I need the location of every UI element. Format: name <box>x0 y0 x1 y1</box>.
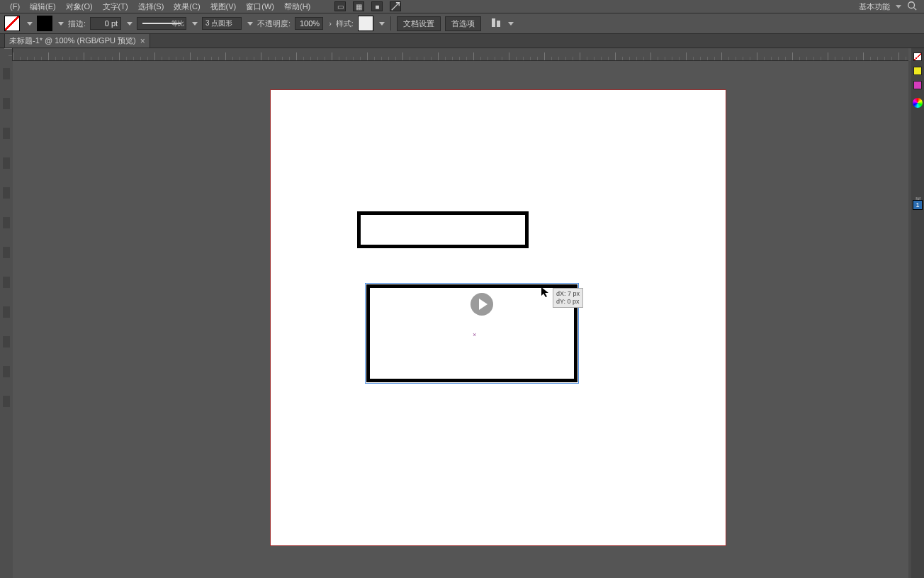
horizontal-ruler[interactable] <box>13 48 908 61</box>
chevron-down-icon <box>58 22 64 26</box>
canvas[interactable]: × dX: 7 px dY: 0 px <box>13 61 908 578</box>
cursor-arrow-icon <box>541 287 552 299</box>
panel-badge[interactable]: 1 <box>913 200 923 210</box>
style-label: 样式: <box>336 18 354 29</box>
panel-tab[interactable] <box>3 187 10 199</box>
chevron-down-icon <box>896 5 901 9</box>
left-panel-tabs <box>0 61 13 578</box>
document-tab-strip: 未标题-1* @ 100% (RGB/GPU 预览) × <box>0 34 924 48</box>
menu-window[interactable]: 窗口(W) <box>243 1 277 13</box>
menu-type[interactable]: 文字(T) <box>100 1 131 13</box>
panel-tab[interactable] <box>3 68 10 79</box>
chevron-down-icon <box>379 22 385 26</box>
preferences-button[interactable]: 首选项 <box>445 16 481 31</box>
stroke-style-label: 等比 <box>171 19 184 28</box>
panel-tab[interactable] <box>3 306 10 318</box>
panel-tab[interactable] <box>3 277 10 288</box>
close-icon[interactable]: × <box>140 36 145 46</box>
color-wheel-icon[interactable] <box>913 98 923 108</box>
gpu-icon[interactable]: ■ <box>371 1 383 11</box>
stroke-weight-input[interactable] <box>90 17 121 30</box>
color-swatch-yellow-icon[interactable] <box>913 67 922 75</box>
menu-file[interactable]: (F) <box>7 1 23 11</box>
brush-profile-dropdown[interactable]: 3 点圆形 <box>202 17 242 30</box>
right-panel-strip: 属 1 <box>911 48 924 578</box>
chevron-down-icon <box>27 22 33 26</box>
share-icon[interactable] <box>390 1 401 11</box>
stroke-style-dropdown[interactable]: 等比 <box>137 17 186 30</box>
separator <box>390 16 391 30</box>
menu-quick-icons: ▭ ▦ ■ <box>334 1 401 11</box>
opacity-arrow-icon[interactable]: › <box>329 19 332 28</box>
stroke-label: 描边: <box>68 18 86 29</box>
document-tab[interactable]: 未标题-1* @ 100% (RGB/GPU 预览) × <box>4 33 150 48</box>
chevron-down-icon <box>192 22 198 26</box>
panel-tab[interactable] <box>3 217 10 228</box>
svg-line-1 <box>914 8 917 11</box>
menu-bar: (F) 编辑(E) 对象(O) 文字(T) 选择(S) 效果(C) 视图(V) … <box>0 0 924 13</box>
fill-none-swatch-icon[interactable] <box>913 52 922 61</box>
chevron-down-icon <box>127 22 133 26</box>
menu-object[interactable]: 对象(O) <box>63 1 96 13</box>
svg-rect-2 <box>492 18 495 27</box>
workspace-switcher[interactable]: 基本功能 <box>859 1 890 12</box>
rectangle-shape-1[interactable] <box>357 211 529 248</box>
stroke-swatch[interactable] <box>37 16 52 31</box>
menu-select[interactable]: 选择(S) <box>135 1 167 13</box>
document-setup-button[interactable]: 文档设置 <box>397 16 441 31</box>
play-button-overlay[interactable] <box>471 293 493 316</box>
opacity-input[interactable] <box>295 17 323 30</box>
screen-mode-icon[interactable]: ▭ <box>334 1 346 11</box>
menu-effect[interactable]: 效果(C) <box>171 1 203 13</box>
smart-guide-dy: dY: 0 px <box>556 298 580 306</box>
center-point-marker: × <box>473 331 476 338</box>
chevron-down-icon <box>247 22 253 26</box>
smart-guide-dx: dX: 7 px <box>556 290 580 298</box>
panel-tab[interactable] <box>3 157 10 169</box>
panel-tab[interactable] <box>3 366 10 377</box>
align-icon[interactable] <box>490 16 502 30</box>
menu-help[interactable]: 帮助(H) <box>281 1 313 13</box>
panel-tab[interactable] <box>3 128 10 139</box>
panel-tab[interactable] <box>3 396 10 407</box>
options-bar: 描边: 等比 3 点圆形 不透明度: › 样式: 文档设置 首选项 <box>0 13 924 34</box>
arrange-docs-icon[interactable]: ▦ <box>353 1 364 11</box>
opacity-label: 不透明度: <box>257 18 291 29</box>
svg-point-0 <box>908 2 915 9</box>
chevron-down-icon <box>508 22 514 26</box>
svg-rect-3 <box>497 21 500 27</box>
panel-tab[interactable] <box>3 247 10 258</box>
menu-edit[interactable]: 编辑(E) <box>27 1 59 13</box>
panel-tab[interactable] <box>3 98 10 109</box>
smart-guide-tooltip: dX: 7 px dY: 0 px <box>553 288 583 308</box>
color-swatch-magenta-icon[interactable] <box>913 81 922 89</box>
brush-profile-label: 3 点圆形 <box>205 18 232 28</box>
fill-swatch[interactable] <box>4 16 20 31</box>
graphic-style-swatch[interactable] <box>358 16 373 31</box>
search-icon[interactable] <box>907 1 917 12</box>
menu-view[interactable]: 视图(V) <box>208 1 240 13</box>
document-tab-title: 未标题-1* @ 100% (RGB/GPU 预览) <box>9 35 136 46</box>
play-icon <box>479 299 488 310</box>
panel-tab[interactable] <box>3 336 10 348</box>
